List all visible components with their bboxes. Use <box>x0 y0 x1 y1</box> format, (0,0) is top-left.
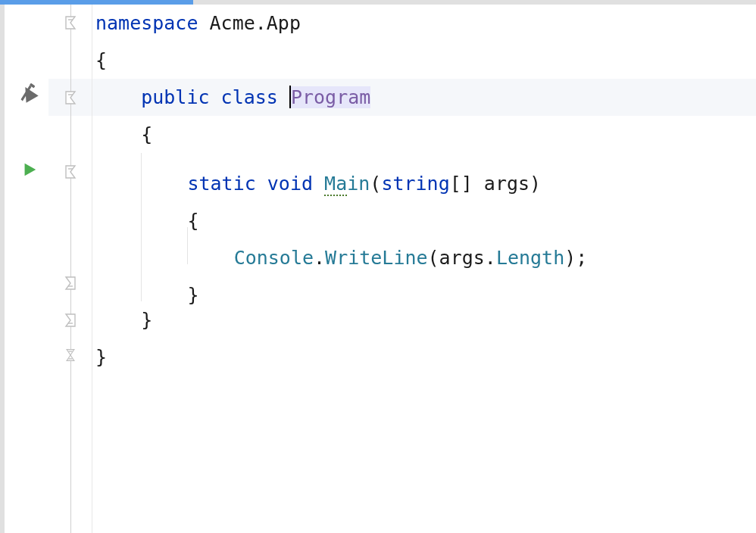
code-line[interactable]: } <box>92 338 756 376</box>
keyword-public: public <box>141 86 209 108</box>
fold-marker-open[interactable] <box>64 12 77 26</box>
fold-marker-close[interactable] <box>64 273 77 286</box>
brace-close: } <box>141 309 152 331</box>
run-icon[interactable] <box>21 161 38 182</box>
brace-close: } <box>95 346 107 368</box>
keyword-namespace: namespace <box>95 12 198 34</box>
code-line[interactable]: { <box>92 116 756 153</box>
fold-line <box>70 5 71 533</box>
class-name: Program <box>291 86 370 108</box>
code-line[interactable]: } <box>92 264 756 301</box>
code-line[interactable]: { <box>92 42 756 79</box>
fold-marker-open[interactable] <box>64 161 77 175</box>
keyword-class: class <box>221 86 278 108</box>
code-line[interactable]: { <box>92 190 756 227</box>
code-line[interactable]: } <box>92 301 756 338</box>
namespace-name: Acme.App <box>210 12 301 34</box>
brace-open: { <box>95 49 107 71</box>
build-icon[interactable] <box>18 83 39 108</box>
code-line-current[interactable]: public class Program <box>92 79 756 116</box>
editor-body: namespace Acme.App { public class Progra… <box>0 5 756 533</box>
fold-marker-open[interactable] <box>64 87 77 101</box>
fold-marker-close-both[interactable] <box>64 344 77 358</box>
fold-marker-close[interactable] <box>64 310 77 323</box>
code-line[interactable]: Console.WriteLine(args.Length); <box>92 227 756 264</box>
code-area[interactable]: namespace Acme.App { public class Progra… <box>92 5 756 533</box>
gutter <box>5 5 48 533</box>
brace-open: { <box>141 123 152 145</box>
code-line[interactable]: namespace Acme.App <box>92 5 756 42</box>
code-editor: namespace Acme.App { public class Progra… <box>0 0 756 533</box>
fold-column <box>48 5 92 533</box>
code-line[interactable]: static void Main(string[] args) <box>92 153 756 190</box>
